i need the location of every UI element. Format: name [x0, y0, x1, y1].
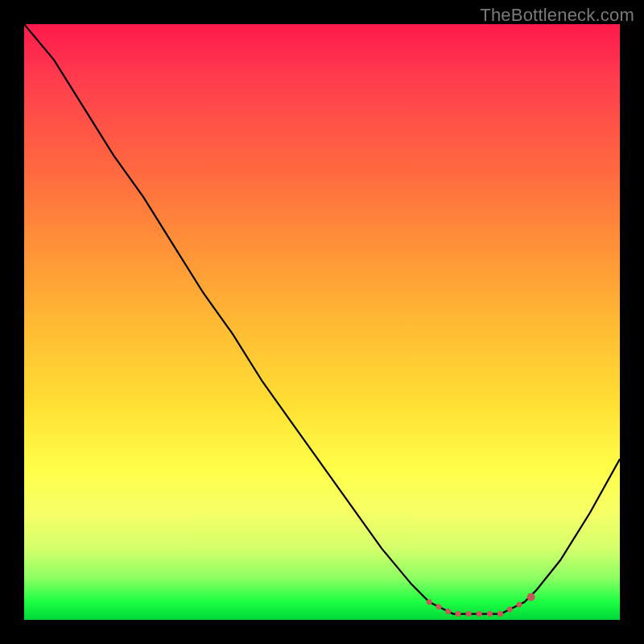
bottleneck-curve — [24, 24, 620, 614]
chart-svg — [24, 24, 620, 620]
watermark-text: TheBottleneck.com — [480, 5, 634, 26]
plateau-end-dot — [527, 593, 535, 601]
outer-frame: TheBottleneck.com — [0, 0, 644, 644]
plateau-dots — [429, 602, 524, 614]
